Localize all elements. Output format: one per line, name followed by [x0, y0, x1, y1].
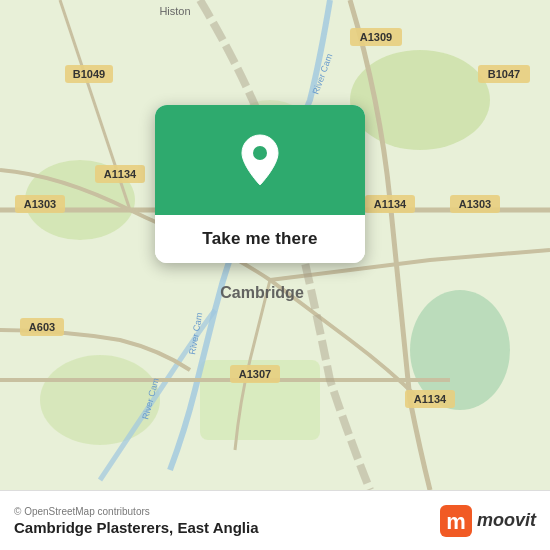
moovit-icon: m	[440, 505, 472, 537]
moovit-text: moovit	[477, 510, 536, 531]
moovit-logo: m moovit	[440, 505, 536, 537]
svg-text:A1309: A1309	[360, 31, 392, 43]
svg-text:A1134: A1134	[104, 168, 137, 180]
svg-point-4	[40, 355, 160, 445]
svg-text:Histon: Histon	[159, 5, 190, 17]
place-name: Cambridge Plasterers, East Anglia	[14, 519, 259, 536]
svg-text:A1303: A1303	[24, 198, 56, 210]
svg-text:A603: A603	[29, 321, 55, 333]
location-pin-icon	[238, 134, 282, 186]
card-map-area	[155, 105, 365, 215]
take-me-there-button[interactable]: Take me there	[155, 215, 365, 263]
svg-text:m: m	[446, 509, 466, 534]
svg-text:B1047: B1047	[488, 68, 520, 80]
svg-text:A1307: A1307	[239, 368, 271, 380]
svg-text:A1303: A1303	[459, 198, 491, 210]
bottom-bar: © OpenStreetMap contributors Cambridge P…	[0, 490, 550, 550]
svg-text:Cambridge: Cambridge	[220, 284, 304, 301]
svg-point-34	[253, 146, 267, 160]
map-container: A1309 B1047 B1049 A1134 A1303 A1303 A113…	[0, 0, 550, 490]
svg-text:A1134: A1134	[414, 393, 447, 405]
svg-text:A1134: A1134	[374, 198, 407, 210]
bottom-info: © OpenStreetMap contributors Cambridge P…	[14, 506, 259, 536]
osm-credit: © OpenStreetMap contributors	[14, 506, 259, 517]
location-card: Take me there	[155, 105, 365, 263]
svg-text:B1049: B1049	[73, 68, 105, 80]
svg-point-1	[350, 50, 490, 150]
